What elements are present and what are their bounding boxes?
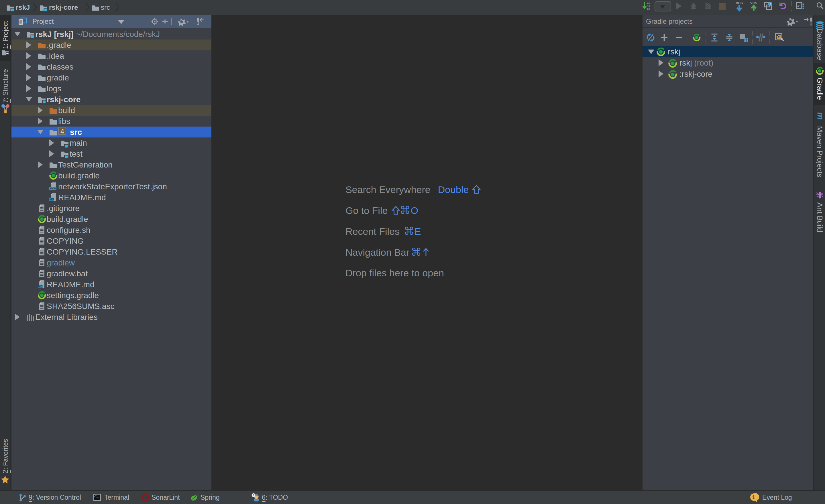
svg-text:01: 01 xyxy=(647,2,650,5)
svg-text:1: 1 xyxy=(752,494,755,500)
svg-text:01: 01 xyxy=(647,8,650,11)
svg-text:VCS: VCS xyxy=(736,1,743,5)
svg-text:10: 10 xyxy=(647,5,650,8)
